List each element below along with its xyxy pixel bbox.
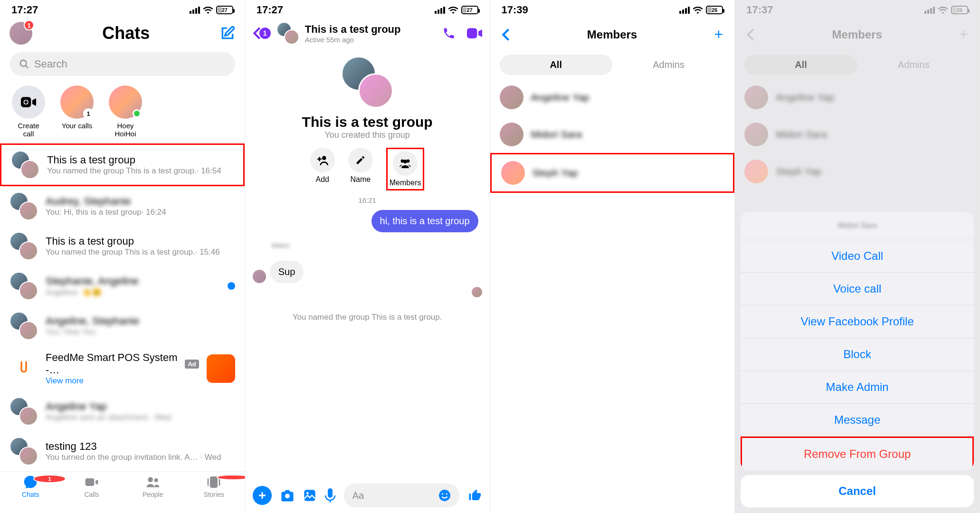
sender-avatar[interactable]	[253, 270, 266, 283]
add-member-button: +	[959, 26, 968, 43]
chat-item-4[interactable]: Stephanie, Angeline Angeline: 👋😊	[0, 266, 245, 306]
profile-badge: 1	[24, 20, 34, 30]
members-tabs: All Admins	[500, 55, 725, 75]
chat-title: Audrey, Stephanie	[46, 195, 235, 208]
profile-avatar[interactable]: 1	[10, 22, 32, 45]
emoji-icon[interactable]	[438, 489, 451, 502]
camera-icon[interactable]	[280, 489, 295, 502]
tab-admins[interactable]: Admins	[612, 55, 725, 75]
sheet-video-call[interactable]: Video Call	[741, 240, 974, 273]
action-sheet-group: Midori Sara Video Call Voice call View F…	[741, 212, 974, 470]
svg-point-19	[439, 490, 450, 501]
view-more-link[interactable]: View more	[46, 376, 199, 386]
action-members[interactable]: Members	[386, 148, 425, 190]
chat-text: testing 123 You turned on the group invi…	[46, 440, 235, 462]
read-receipt-avatar	[472, 287, 482, 297]
story-create-call[interactable]: Create call	[10, 86, 48, 138]
back-button[interactable]	[502, 28, 510, 41]
tab-people[interactable]: People	[122, 475, 183, 498]
sheet-block[interactable]: Block	[741, 338, 974, 371]
chat-subtitle: Angeline sent an attachment · Wed	[46, 413, 235, 422]
sheet-remove-from-group[interactable]: Remove From Group	[741, 437, 974, 470]
chat-item-2[interactable]: Audrey, Stephanie You: Hi, this is a tes…	[0, 186, 245, 226]
tab-stories[interactable]: Stories	[183, 475, 245, 498]
member-item-2[interactable]: Midori Sara	[490, 116, 735, 153]
sent-message[interactable]: hi, this is a test group	[371, 210, 478, 232]
tab-bar: Chats 1 Calls People Stories	[0, 471, 245, 501]
video-icon[interactable]	[467, 27, 482, 40]
header-title-block[interactable]: This is a test group Active 55m ago	[305, 23, 437, 44]
svg-point-0	[20, 60, 27, 66]
received-message[interactable]: Sup	[270, 261, 304, 283]
chat-item-ad[interactable]: FeedMe Smart POS System -… Ad View more	[0, 346, 245, 391]
ad-logo	[10, 354, 38, 383]
chat-item-7[interactable]: Angeline Yap Angeline sent an attachment…	[0, 391, 245, 431]
add-member-button[interactable]: +	[714, 26, 723, 43]
sheet-view-profile[interactable]: View Facebook Profile	[741, 305, 974, 338]
status-time: 17:27	[11, 4, 38, 16]
chat-title: Angeline Yap	[46, 400, 235, 413]
back-badge-count: 1	[259, 28, 271, 39]
back-button	[746, 28, 755, 41]
chat-item-3[interactable]: This is a test group You named the group…	[0, 226, 245, 266]
back-button[interactable]: 1	[253, 27, 271, 40]
member-item-1[interactable]: Angeline Yap	[490, 79, 735, 116]
mic-icon[interactable]	[325, 488, 335, 503]
wifi-icon	[693, 6, 703, 14]
tab-calls[interactable]: Calls	[61, 475, 123, 498]
thumbs-up-icon[interactable]	[468, 488, 482, 503]
svg-rect-16	[304, 490, 315, 501]
header-group-avatar[interactable]	[276, 22, 299, 45]
gallery-icon[interactable]	[303, 489, 316, 502]
story-label: Hoey HoiHoi	[106, 122, 144, 138]
screen-members: 17:39 26 Members + All Admins Angeline Y…	[490, 0, 735, 513]
tab-label: Chats	[22, 491, 39, 498]
story-label: Your calls	[62, 122, 92, 130]
chat-text: Audrey, Stephanie You: Hi, this is a tes…	[46, 195, 235, 217]
chat-subtitle: You turned on the group invitation link.…	[46, 453, 235, 462]
action-name[interactable]: Name	[348, 148, 373, 190]
story-label: Create call	[18, 122, 39, 138]
hoey-avatar	[109, 86, 142, 119]
story-hoey[interactable]: Hoey HoiHoi	[106, 86, 144, 138]
chats-header: 1 Chats	[0, 18, 245, 48]
members-title: Members	[587, 28, 637, 41]
chat-subtitle: You named the group This is a test group…	[46, 247, 235, 257]
ad-badge: Ad	[185, 360, 199, 369]
member-name: Midori Sara	[531, 129, 725, 140]
svg-rect-7	[210, 476, 218, 488]
status-icons: 26	[679, 6, 723, 14]
chats-title: Chats	[102, 23, 150, 43]
sheet-make-admin[interactable]: Make Admin	[741, 371, 974, 404]
sheet-cancel[interactable]: Cancel	[741, 475, 974, 507]
status-bar: 17:27 27	[245, 0, 490, 18]
status-bar: 17:27 27	[0, 0, 245, 18]
message-input[interactable]: Aa	[344, 484, 459, 507]
chat-item-5[interactable]: Angeline, Stephanie You: How You	[0, 306, 245, 346]
received-message-row: Sup	[253, 261, 304, 283]
sheet-voice-call[interactable]: Voice call	[741, 273, 974, 305]
chat-item-8[interactable]: testing 123 You turned on the group invi…	[0, 431, 245, 471]
chat-title: Angeline, Stephanie	[46, 315, 235, 327]
group-created-label: You created this group	[324, 130, 409, 140]
phone-icon[interactable]	[442, 27, 456, 40]
svg-point-15	[285, 494, 290, 498]
wifi-icon	[448, 6, 458, 14]
tab-chats[interactable]: Chats 1	[0, 475, 61, 498]
people-icon	[145, 475, 161, 490]
signal-icon	[435, 7, 445, 14]
plus-button[interactable]	[253, 486, 272, 505]
compose-button[interactable]	[220, 26, 235, 41]
sheet-message[interactable]: Message	[741, 404, 974, 437]
member-item-3[interactable]: Steph Yap	[490, 153, 735, 193]
tab-all[interactable]: All	[500, 55, 612, 75]
story-row[interactable]: Create call 1 Your calls Hoey HoiHoi	[0, 80, 245, 143]
chat-title: This is a test group	[47, 154, 234, 166]
action-add[interactable]: Add	[310, 148, 335, 190]
ad-title: FeedMe Smart POS System -…	[46, 352, 181, 376]
chat-item-test-group-1[interactable]: This is a test group You named the group…	[0, 143, 245, 186]
search-bar[interactable]: Search	[10, 52, 235, 76]
group-name: This is a test group	[302, 114, 433, 130]
ad-image	[207, 354, 235, 383]
story-your-calls[interactable]: 1 Your calls	[58, 86, 96, 138]
